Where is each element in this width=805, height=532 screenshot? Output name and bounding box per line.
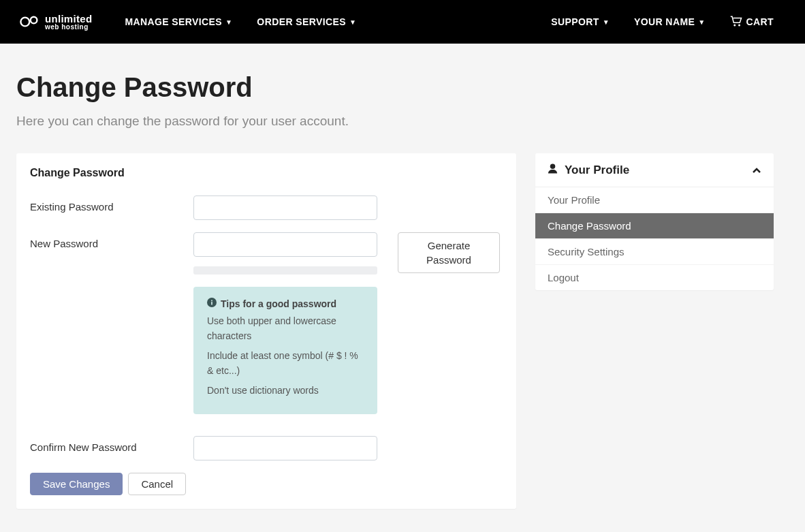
existing-password-label: Existing Password <box>30 195 193 220</box>
svg-point-2 <box>733 24 736 26</box>
nav-label: SUPPORT <box>551 16 599 27</box>
svg-rect-5 <box>211 302 212 304</box>
new-password-input[interactable] <box>193 232 377 257</box>
svg-point-0 <box>20 18 29 27</box>
nav-right: SUPPORT ▼ YOUR NAME ▼ CART <box>539 10 786 34</box>
nav-manage-services[interactable]: MANAGE SERVICES ▼ <box>116 11 240 33</box>
sidebar-item-logout[interactable]: Logout <box>535 265 774 290</box>
nav-label: MANAGE SERVICES <box>125 16 222 27</box>
tip-1: Use both upper and lowercase characters <box>207 313 364 344</box>
change-password-card: Change Password Existing Password New Pa… <box>16 153 516 509</box>
sidebar-list: Your Profile Change Password Security Se… <box>535 187 774 290</box>
logo-text: unlimited web hosting <box>45 14 92 31</box>
chevron-down-icon: ▼ <box>225 18 232 26</box>
page-subtitle: Here you can change the password for you… <box>16 114 774 129</box>
nav-your-name[interactable]: YOUR NAME ▼ <box>626 11 713 33</box>
logo-text-top: unlimited <box>45 14 92 24</box>
infinity-icon <box>19 14 41 30</box>
svg-point-1 <box>31 17 37 24</box>
user-icon <box>548 163 558 177</box>
logo-text-bottom: web hosting <box>45 24 92 31</box>
nav-support[interactable]: SUPPORT ▼ <box>543 11 618 33</box>
main-container: Change Password Here you can change the … <box>0 44 790 525</box>
chevron-down-icon: ▼ <box>349 18 356 26</box>
password-tips-alert: Tips for a good password Use both upper … <box>193 287 377 414</box>
new-password-row: New Password Tips for a good password <box>30 232 503 414</box>
page-title: Change Password <box>16 72 774 103</box>
sidebar-item-security-settings[interactable]: Security Settings <box>535 239 774 265</box>
sidebar-item-change-password[interactable]: Change Password <box>535 213 774 239</box>
nav-cart[interactable]: CART <box>722 10 782 34</box>
sidebar-item-label: Change Password <box>548 220 631 232</box>
chevron-up-icon <box>752 164 761 176</box>
confirm-password-label: Confirm New Password <box>30 436 193 460</box>
password-strength-bar <box>193 266 377 275</box>
nav-left: MANAGE SERVICES ▼ ORDER SERVICES ▼ <box>112 11 368 33</box>
tip-2: Include at least one symbol (# $ ! % & e… <box>207 348 364 379</box>
sidebar-column: Your Profile Your Profile Change Passwor… <box>535 153 774 509</box>
svg-point-3 <box>738 24 740 26</box>
confirm-password-row: Confirm New Password <box>30 436 503 460</box>
nav-label: CART <box>746 16 774 27</box>
main-column: Change Password Existing Password New Pa… <box>16 153 516 509</box>
tips-title-row: Tips for a good password <box>207 298 364 309</box>
profile-sidebar-card: Your Profile Your Profile Change Passwor… <box>535 153 774 290</box>
nav-order-services[interactable]: ORDER SERVICES ▼ <box>249 11 364 33</box>
generate-password-button[interactable]: Generate Password <box>398 232 500 273</box>
existing-password-input[interactable] <box>193 195 377 220</box>
tip-3: Don't use dictionary words <box>207 383 364 398</box>
nav-label: YOUR NAME <box>634 16 695 27</box>
sidebar-title: Your Profile <box>565 163 629 177</box>
sidebar-item-your-profile[interactable]: Your Profile <box>535 187 774 213</box>
chevron-down-icon: ▼ <box>603 18 610 26</box>
save-button[interactable]: Save Changes <box>30 473 123 495</box>
nav-label: ORDER SERVICES <box>257 16 346 27</box>
info-icon <box>207 298 217 309</box>
sidebar-item-label: Logout <box>548 272 579 283</box>
new-password-label: New Password <box>30 232 193 414</box>
navbar: unlimited web hosting MANAGE SERVICES ▼ … <box>0 0 805 44</box>
svg-rect-6 <box>211 300 212 302</box>
cancel-button[interactable]: Cancel <box>128 473 186 495</box>
chevron-down-icon: ▼ <box>698 18 705 26</box>
tips-title: Tips for a good password <box>221 298 336 309</box>
card-title: Change Password <box>30 167 503 179</box>
svg-point-7 <box>550 163 556 169</box>
confirm-password-input[interactable] <box>193 436 377 460</box>
logo[interactable]: unlimited web hosting <box>19 14 92 31</box>
cart-icon <box>730 16 742 29</box>
form-actions: Save Changes Cancel <box>30 473 503 495</box>
existing-password-row: Existing Password <box>30 195 503 220</box>
sidebar-header[interactable]: Your Profile <box>535 153 774 187</box>
sidebar-item-label: Security Settings <box>548 246 625 257</box>
content-row: Change Password Existing Password New Pa… <box>16 153 774 509</box>
sidebar-item-label: Your Profile <box>548 194 600 206</box>
